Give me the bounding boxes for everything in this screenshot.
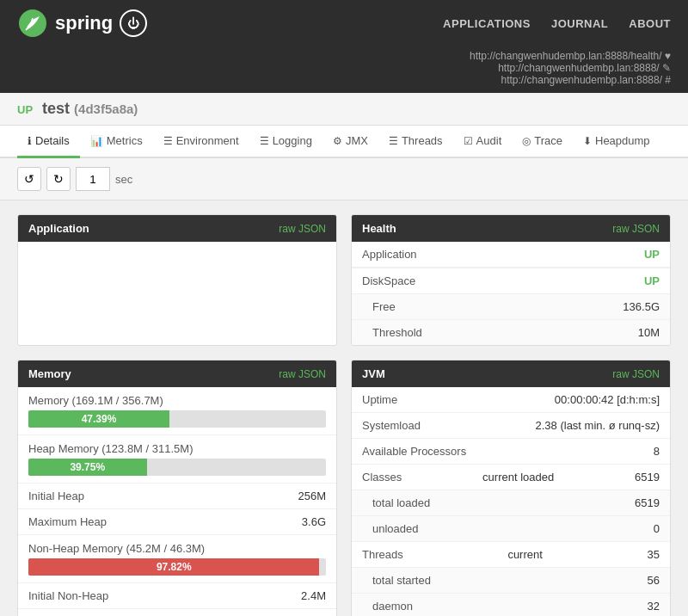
threads-daemon-value: 32 — [648, 600, 660, 613]
tabs: ℹ Details 📊 Metrics ☰ Environment ☰ Logg… — [0, 126, 688, 158]
health-raw-json[interactable]: raw JSON — [612, 223, 660, 235]
maximum-heap-value: 3.6G — [302, 515, 326, 528]
environment-icon: ☰ — [163, 135, 173, 147]
threads-current-value: 35 — [648, 548, 660, 561]
metrics-icon: 📊 — [90, 135, 103, 147]
tab-details[interactable]: ℹ Details — [17, 126, 80, 158]
header: spring ⏻ APPLICATIONS JOURNAL ABOUT — [0, 0, 688, 46]
tab-trace[interactable]: ◎ Trace — [512, 126, 573, 158]
app-title: UP test (4d3f5a8a) — [17, 100, 671, 118]
tab-threads[interactable]: ☰ Threads — [378, 126, 453, 158]
uptime-label: Uptime — [362, 393, 397, 406]
details-icon: ℹ — [28, 135, 32, 147]
systemload-label: Systemload — [362, 419, 421, 432]
app-name: test — [42, 100, 70, 117]
threads-label: Threads — [362, 548, 403, 561]
refresh-button[interactable]: ↺ — [17, 167, 41, 191]
app-title-bar: UP test (4d3f5a8a) — [0, 93, 688, 126]
jvm-card: JVM raw JSON Uptime 00:00:00:42 [d:h:m:s… — [351, 360, 671, 616]
tab-audit[interactable]: ☑ Audit — [453, 126, 513, 158]
jvm-raw-json[interactable]: raw JSON — [612, 368, 660, 380]
heap-bar-bg: 39.75% — [28, 459, 326, 476]
tab-logging[interactable]: ☰ Logging — [249, 126, 322, 158]
interval-unit: sec — [115, 173, 132, 186]
memory-card: Memory raw JSON Memory (169.1M / 356.7M)… — [17, 360, 337, 616]
health-link-3[interactable]: http://changwenhudembp.lan:8888/ # — [470, 74, 671, 86]
threads-total-label: total started — [372, 574, 431, 587]
audit-icon: ☑ — [464, 135, 473, 147]
health-card-header: Health raw JSON — [352, 215, 670, 242]
health-free-value: 136.5G — [623, 300, 660, 313]
health-link-2[interactable]: http://changwenhudembp.lan:8888/ ✎ — [470, 62, 671, 74]
nav-applications[interactable]: APPLICATIONS — [443, 17, 531, 30]
uptime-row: Uptime 00:00:00:42 [d:h:m:s] — [352, 387, 670, 413]
tab-jmx[interactable]: ⚙ JMX — [322, 126, 378, 158]
classes-total-row: total loaded 6519 — [352, 490, 670, 516]
memory-bar-fill-1: 47.39% — [28, 410, 169, 428]
classes-current-value: 6519 — [635, 471, 660, 484]
systemload-value: 2.38 (last min. ø runq-sz) — [536, 419, 660, 432]
threads-total-value: 56 — [648, 574, 660, 587]
memory-bar-bg-1: 47.39% — [28, 410, 326, 428]
health-link-1[interactable]: http://changwenhudembp.lan:8888/health/ … — [470, 50, 671, 62]
application-raw-json[interactable]: raw JSON — [279, 223, 326, 235]
nav-about[interactable]: ABOUT — [629, 17, 671, 30]
nonheap-bar-fill: 97.82% — [28, 558, 319, 576]
heap-bar-label: Heap Memory (123.8M / 311.5M) — [28, 442, 326, 455]
tab-environment[interactable]: ☰ Environment — [153, 126, 249, 158]
health-application-row: Application UP — [352, 242, 670, 268]
heap-bar-fill: 39.75% — [28, 459, 147, 476]
health-links: http://changwenhudembp.lan:8888/health/ … — [470, 50, 671, 86]
jvm-card-body: Uptime 00:00:00:42 [d:h:m:s] Systemload … — [352, 387, 670, 616]
threads-row: Threads current 35 — [352, 542, 670, 568]
sub-header: http://changwenhudembp.lan:8888/health/ … — [0, 46, 688, 93]
application-card-body — [18, 242, 336, 345]
health-diskspace-row: DiskSpace UP — [352, 268, 670, 294]
health-app-value: UP — [644, 248, 660, 261]
brand-name: spring — [55, 12, 113, 34]
health-threshold-value: 10M — [638, 326, 660, 339]
initial-heap-row: Initial Heap 256M — [18, 484, 336, 509]
classes-unloaded-row: unloaded 0 — [352, 516, 670, 542]
health-card-body: Application UP DiskSpace UP Free 136.5G … — [352, 242, 670, 345]
health-free-row: Free 136.5G — [352, 294, 670, 320]
uptime-value: 00:00:00:42 [d:h:m:s] — [555, 393, 660, 406]
health-card: Health raw JSON Application UP DiskSpace… — [351, 214, 671, 346]
health-free-label: Free — [372, 300, 396, 313]
classes-unloaded-label: unloaded — [372, 522, 419, 535]
memory-card-header: Memory raw JSON — [18, 360, 336, 387]
classes-current-label: current loaded — [482, 471, 554, 484]
auto-refresh-button[interactable]: ↻ — [46, 167, 71, 191]
nav-journal[interactable]: JOURNAL — [551, 17, 608, 30]
maximum-heap-row: Maximum Heap 3.6G — [18, 509, 336, 535]
nonheap-bar-section: Non-Heap Memory (45.2M / 46.3M) 97.82% — [18, 535, 336, 583]
app-id: (4d3f5a8a) — [74, 102, 138, 116]
threads-icon: ☰ — [389, 135, 398, 147]
processors-value: 8 — [654, 445, 660, 458]
main-content: Application raw JSON Health raw JSON App… — [0, 200, 688, 616]
application-card: Application raw JSON — [17, 214, 337, 346]
power-icon[interactable]: ⏻ — [120, 9, 147, 37]
memory-bar-label-1: Memory (169.1M / 356.7M) — [28, 394, 326, 407]
classes-total-label: total loaded — [372, 496, 430, 509]
memory-raw-json[interactable]: raw JSON — [279, 368, 326, 380]
nonheap-bar-bg: 97.82% — [28, 558, 326, 576]
initial-nonheap-row: Initial Non-Heap 2.4M — [18, 583, 336, 609]
tab-metrics[interactable]: 📊 Metrics — [80, 126, 153, 158]
heapdump-icon: ⬇ — [583, 135, 592, 147]
threads-daemon-label: daemon — [372, 600, 413, 613]
heap-bar-section: Heap Memory (123.8M / 311.5M) 39.75% — [18, 435, 336, 484]
threads-total-row: total started 56 — [352, 568, 670, 594]
main-nav: APPLICATIONS JOURNAL ABOUT — [443, 17, 671, 30]
health-threshold-row: Threshold 10M — [352, 320, 670, 345]
jmx-icon: ⚙ — [333, 135, 342, 147]
classes-row: Classes current loaded 6519 — [352, 465, 670, 490]
maximum-nonheap-row: Maximum Non-Heap unbounded — [18, 609, 336, 616]
interval-input[interactable] — [76, 167, 110, 191]
tab-heapdump[interactable]: ⬇ Heapdump — [573, 126, 660, 158]
memory-card-body: Memory (169.1M / 356.7M) 47.39% Heap Mem… — [18, 387, 336, 616]
systemload-row: Systemload 2.38 (last min. ø runq-sz) — [352, 413, 670, 439]
toolbar: ↺ ↻ sec — [0, 158, 688, 200]
threads-current-label: current — [507, 548, 542, 561]
nonheap-bar-label: Non-Heap Memory (45.2M / 46.3M) — [28, 542, 326, 555]
